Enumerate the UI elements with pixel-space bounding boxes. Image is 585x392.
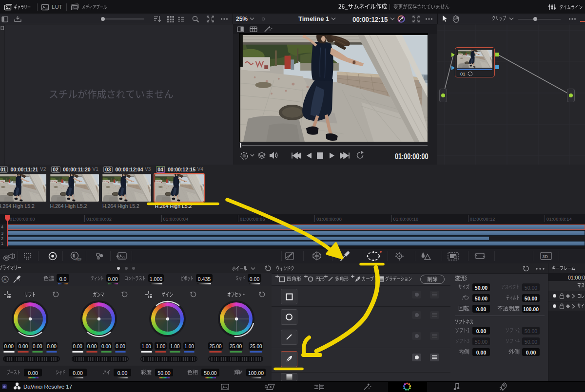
svg-text:A: A bbox=[3, 277, 6, 282]
svg-text:3D: 3D bbox=[543, 254, 548, 259]
svg-text:HDR: HDR bbox=[76, 258, 81, 261]
